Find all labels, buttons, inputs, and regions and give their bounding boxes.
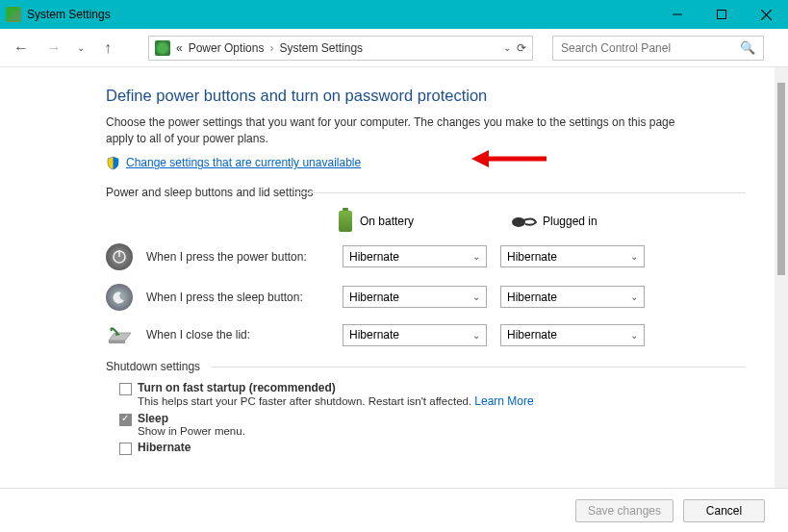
up-button[interactable]: ↑ xyxy=(96,37,119,60)
hibernate-label: Hibernate xyxy=(138,441,191,454)
column-on-battery: On battery xyxy=(339,211,493,232)
learn-more-link[interactable]: Learn More xyxy=(474,394,533,408)
chevron-down-icon: ⌄ xyxy=(472,291,480,302)
close-lid-battery-select[interactable]: Hibernate⌄ xyxy=(343,324,487,346)
svg-point-6 xyxy=(512,217,525,227)
refresh-icon[interactable]: ⟳ xyxy=(517,41,526,55)
close-button[interactable] xyxy=(744,0,788,29)
forward-button[interactable]: → xyxy=(42,37,65,60)
column-plugged-in: Plugged in xyxy=(512,215,666,228)
breadcrumb-system-settings[interactable]: System Settings xyxy=(279,41,363,55)
footer: Save changes Cancel xyxy=(0,488,788,532)
sleep-row: Sleep Show in Power menu. xyxy=(119,412,746,437)
chevron-down-icon: ⌄ xyxy=(630,291,638,302)
row-close-lid: When I close the lid: Hibernate⌄ Hiberna… xyxy=(106,324,746,346)
chevron-down-icon: ⌄ xyxy=(630,330,638,341)
sleep-button-plugged-select[interactable]: Hibernate⌄ xyxy=(500,286,645,308)
maximize-button[interactable] xyxy=(699,0,744,29)
sleep-button-battery-select[interactable]: Hibernate⌄ xyxy=(343,286,487,308)
annotation-arrow xyxy=(471,146,548,171)
sleep-sub: Show in Power menu. xyxy=(138,425,245,437)
content-pane: Define power buttons and turn on passwor… xyxy=(0,67,775,488)
chevron-down-icon: ⌄ xyxy=(472,251,480,262)
address-bar[interactable]: « Power Options › System Settings ⌄ ⟳ xyxy=(148,36,533,61)
chevron-right-icon: › xyxy=(269,41,273,55)
sleep-label: Sleep xyxy=(138,412,245,425)
section-shutdown: Shutdown settings xyxy=(106,360,746,373)
row-power-button: When I press the power button: Hibernate… xyxy=(106,243,746,270)
battery-icon xyxy=(339,211,352,232)
app-icon xyxy=(6,7,21,22)
recent-dropdown-icon[interactable]: ⌄ xyxy=(75,37,87,60)
lid-icon xyxy=(106,325,133,344)
address-dropdown-icon[interactable]: ⌄ xyxy=(503,42,511,53)
breadcrumb-prefix: « xyxy=(176,41,183,55)
power-button-plugged-select[interactable]: Hibernate⌄ xyxy=(500,245,645,267)
close-lid-plugged-select[interactable]: Hibernate⌄ xyxy=(500,324,645,346)
label-close-lid: When I close the lid: xyxy=(146,328,329,342)
window-title: System Settings xyxy=(27,8,111,21)
label-sleep-button: When I press the sleep button: xyxy=(146,291,329,304)
svg-rect-1 xyxy=(718,11,726,19)
page-heading: Define power buttons and turn on passwor… xyxy=(106,87,746,105)
minimize-button[interactable] xyxy=(655,0,699,29)
search-box[interactable]: 🔍 xyxy=(552,36,764,61)
fast-startup-sub: This helps start your PC faster after sh… xyxy=(138,395,474,407)
scrollbar[interactable] xyxy=(775,67,788,488)
breadcrumb-power-options[interactable]: Power Options xyxy=(189,41,265,55)
power-icon xyxy=(106,243,133,270)
titlebar: System Settings xyxy=(0,0,788,29)
change-unavailable-link[interactable]: Change settings that are currently unava… xyxy=(126,156,361,169)
chevron-down-icon: ⌄ xyxy=(630,251,638,262)
scrollbar-thumb[interactable] xyxy=(777,83,785,275)
fast-startup-label: Turn on fast startup (recommended) xyxy=(138,381,534,394)
section-power-sleep: Power and sleep buttons and lid settings xyxy=(106,186,746,199)
save-button[interactable]: Save changes xyxy=(575,499,674,522)
back-button[interactable]: ← xyxy=(10,37,33,60)
sleep-icon xyxy=(106,284,133,311)
row-sleep-button: When I press the sleep button: Hibernate… xyxy=(106,284,746,311)
cancel-button[interactable]: Cancel xyxy=(683,499,765,522)
power-button-battery-select[interactable]: Hibernate⌄ xyxy=(343,245,487,267)
plug-icon xyxy=(512,215,535,228)
fast-startup-row: Turn on fast startup (recommended) This … xyxy=(119,381,746,408)
page-subtext: Choose the power settings that you want … xyxy=(106,114,683,148)
label-power-button: When I press the power button: xyxy=(146,250,329,264)
chevron-down-icon: ⌄ xyxy=(472,330,480,341)
search-icon[interactable]: 🔍 xyxy=(740,40,755,55)
svg-marker-5 xyxy=(471,150,489,167)
fast-startup-checkbox[interactable] xyxy=(119,383,132,395)
hibernate-checkbox[interactable] xyxy=(119,443,132,455)
control-panel-icon xyxy=(155,40,170,56)
search-input[interactable] xyxy=(561,41,724,55)
nav-row: ← → ⌄ ↑ « Power Options › System Setting… xyxy=(0,29,788,67)
hibernate-row: Hibernate xyxy=(119,441,746,455)
sleep-checkbox[interactable] xyxy=(119,414,132,426)
shield-icon xyxy=(106,156,120,170)
